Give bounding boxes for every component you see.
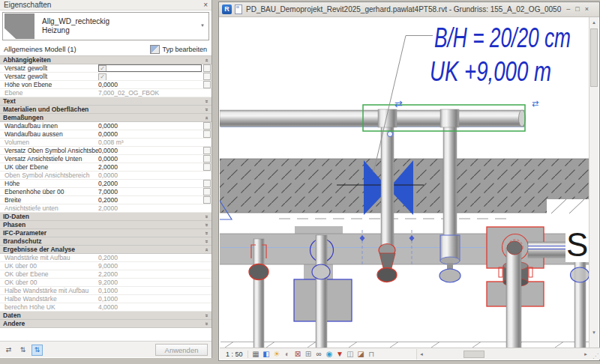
properties-filter-icon[interactable]: ⇄ bbox=[3, 345, 14, 356]
connector-handle[interactable] bbox=[388, 132, 393, 137]
property-row[interactable]: Versatz Ansichtstiefe Unten0,0000 bbox=[0, 155, 212, 163]
close-button[interactable]: × bbox=[585, 4, 589, 15]
property-value[interactable]: 0,0000 bbox=[98, 81, 202, 88]
expand-icon[interactable]: » bbox=[202, 100, 210, 103]
property-value[interactable]: 0,0000 bbox=[98, 172, 202, 179]
vertical-scrollbar-thumb[interactable] bbox=[590, 28, 598, 87]
property-checkbox-cell[interactable]: ✓ bbox=[98, 64, 202, 72]
property-value[interactable]: 0,1000 bbox=[98, 287, 202, 294]
scroll-down-icon[interactable]: ▼ bbox=[590, 328, 598, 338]
checkbox[interactable]: ✓ bbox=[98, 73, 106, 80]
edit-type-button[interactable]: Typ bearbeiten bbox=[147, 43, 210, 56]
property-value[interactable]: 7,0000 bbox=[98, 188, 202, 195]
blue-pipe-coupling-2[interactable] bbox=[571, 267, 590, 282]
blue-pipe-coupling[interactable] bbox=[312, 264, 330, 279]
expand-icon[interactable]: » bbox=[202, 314, 210, 317]
property-row[interactable]: Wandaufbau innen0,0000 bbox=[0, 122, 212, 130]
section-header[interactable]: Daten» bbox=[0, 312, 212, 320]
sun-path-icon[interactable]: ☀ bbox=[272, 349, 282, 359]
apply-button[interactable]: Anwenden bbox=[155, 344, 208, 356]
section-header[interactable]: Andere» bbox=[0, 320, 212, 328]
element-filter-label[interactable]: Allgemeines Modell (1) bbox=[4, 45, 76, 53]
pipe-vertical-1[interactable] bbox=[254, 239, 264, 348]
flip-arrows-icon[interactable]: ⇄ bbox=[394, 98, 403, 109]
property-row[interactable]: Höhe0,2000 bbox=[0, 180, 212, 188]
checkbox[interactable]: ✓ bbox=[98, 65, 106, 72]
property-row[interactable]: Versatz gewollt✓ bbox=[0, 73, 212, 81]
maximize-button[interactable]: □ bbox=[575, 4, 579, 15]
associate-parameter-button[interactable] bbox=[203, 196, 211, 204]
expand-icon[interactable]: » bbox=[202, 108, 210, 111]
scroll-up-icon[interactable]: ▲ bbox=[590, 18, 598, 28]
pipe-horizontal-right[interactable] bbox=[528, 242, 568, 258]
property-row[interactable]: Wandaufbau aussen0,0000 bbox=[0, 130, 212, 139]
pipe-vertical-2[interactable] bbox=[316, 235, 327, 348]
property-value[interactable]: 0,2000 bbox=[98, 254, 202, 261]
associate-parameter-button[interactable] bbox=[203, 155, 211, 163]
section-header[interactable]: Bemaßungen» bbox=[0, 114, 212, 122]
section-header[interactable]: Materialien und Oberflächen» bbox=[0, 106, 212, 114]
flip-arrows-icon-2[interactable]: ⇄ bbox=[532, 99, 538, 108]
collapse-icon[interactable]: » bbox=[202, 116, 210, 119]
expand-icon[interactable]: » bbox=[202, 223, 210, 226]
property-row[interactable]: OK über Ebene2,2000 bbox=[0, 270, 212, 279]
property-row[interactable]: Höhe von Ebene0,0000 bbox=[0, 81, 212, 89]
property-row[interactable]: Halbe Wandstärke0,1000 bbox=[0, 295, 212, 303]
property-value[interactable]: 0,008 m³ bbox=[98, 139, 202, 146]
property-row[interactable]: Ebenenhöhe über 007,0000 bbox=[0, 188, 212, 196]
expand-icon[interactable]: » bbox=[202, 215, 210, 218]
shadows-icon[interactable]: ◐ bbox=[283, 349, 292, 359]
properties-panel-header[interactable]: Eigenschaften × bbox=[0, 0, 212, 10]
property-value[interactable]: 0,0000 bbox=[98, 130, 202, 138]
analytical-model-icon[interactable]: ◪ bbox=[356, 349, 366, 359]
property-row[interactable]: Versatz gewollt✓ bbox=[0, 64, 212, 73]
associate-parameter-button[interactable] bbox=[203, 188, 211, 195]
associate-parameter-button[interactable] bbox=[203, 147, 211, 154]
associate-parameter-button[interactable] bbox=[203, 163, 211, 171]
property-value[interactable]: 0,2000 bbox=[98, 196, 202, 204]
close-icon[interactable]: × bbox=[203, 0, 208, 10]
property-value[interactable]: 0,1000 bbox=[98, 295, 202, 303]
blue-drain-fitting[interactable] bbox=[440, 235, 460, 282]
annotation-line2[interactable]: UK +9,000 m bbox=[430, 56, 551, 87]
minimize-button[interactable]: – bbox=[566, 4, 570, 15]
horizontal-scrollbar-thumb[interactable] bbox=[464, 351, 484, 358]
property-row[interactable]: Oben Symbol Ansichtsbereich0,0000 bbox=[0, 172, 212, 180]
property-value[interactable]: 7,000_02_OG_FBOK bbox=[98, 89, 202, 97]
property-value[interactable]: 0,2000 bbox=[98, 180, 202, 187]
associate-parameter-button[interactable] bbox=[203, 180, 211, 187]
associate-parameter-button[interactable] bbox=[203, 64, 211, 72]
property-row[interactable]: Ebene7,000_02_OG_FBOK bbox=[0, 89, 212, 97]
property-value[interactable]: 2,0000 bbox=[98, 163, 202, 171]
pipe-vertical-3[interactable] bbox=[381, 121, 394, 249]
sort-ascending-icon[interactable]: ⇅ bbox=[17, 345, 28, 356]
crop-view-icon[interactable]: ⊠ bbox=[293, 349, 303, 359]
property-value[interactable]: 0,0000 bbox=[98, 155, 202, 163]
section-header[interactable]: Abhängigkeiten» bbox=[0, 56, 212, 64]
property-row[interactable]: UK über Ebene2,0000 bbox=[0, 163, 212, 172]
property-value[interactable]: 2,2000 bbox=[98, 270, 202, 278]
pipe-vertical-5[interactable] bbox=[506, 248, 521, 348]
property-value[interactable]: 2,0000 bbox=[98, 204, 202, 212]
property-value[interactable]: 9,2000 bbox=[98, 279, 202, 286]
property-row[interactable]: Versatz Oben Symbol Ansichtsbereich0,000… bbox=[0, 147, 212, 155]
associate-parameter-button[interactable] bbox=[203, 81, 211, 88]
pipe-tee-fitting-2[interactable] bbox=[440, 109, 459, 127]
constraints-icon[interactable]: ⊓ bbox=[367, 349, 376, 359]
property-row[interactable]: Volumen0,008 m³ bbox=[0, 139, 212, 147]
property-row[interactable]: Halbe Wandstärke mit Aufbau0,1000 bbox=[0, 287, 212, 295]
type-selector[interactable]: Allg_WD_rechteckig Heizung ▼ bbox=[2, 12, 209, 40]
drawing-canvas[interactable]: Sc ⇄ ⇄ B/H = 20/20 cm UK +9,000 m bbox=[220, 17, 590, 348]
property-row[interactable]: Ansichtstiefe unten2,0000 bbox=[0, 204, 212, 213]
vertical-scrollbar[interactable]: ▲ ▼ bbox=[589, 17, 598, 348]
property-checkbox-cell[interactable]: ✓ bbox=[98, 73, 202, 80]
crop-region-icon[interactable]: ⊞ bbox=[304, 349, 314, 359]
property-row[interactable]: berechn Höhe UK4,0000 bbox=[0, 303, 212, 312]
resize-grip[interactable] bbox=[590, 349, 600, 360]
temporary-hide-icon[interactable]: ∞ bbox=[314, 349, 324, 359]
property-row[interactable]: Wandstärke mit Aufbau0,2000 bbox=[0, 254, 212, 262]
section-header[interactable]: ID-Daten» bbox=[0, 213, 212, 221]
scroll-left-icon[interactable]: ◄ bbox=[417, 349, 426, 360]
property-value[interactable]: 4,0000 bbox=[98, 303, 202, 311]
view-scale-button[interactable]: 1 : 50 bbox=[223, 351, 248, 358]
